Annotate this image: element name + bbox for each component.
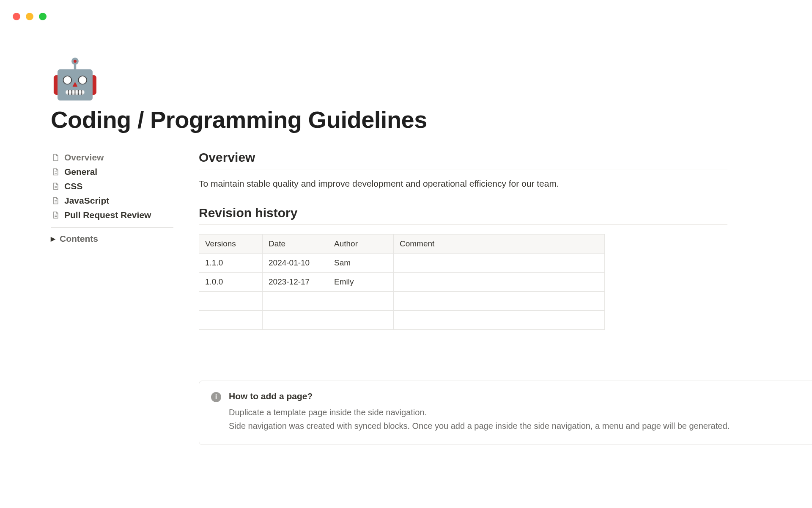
sidebar-item-label: JavaScript (64, 196, 109, 206)
sidebar-item-label: Pull Request Review (64, 210, 151, 220)
cell-author[interactable] (328, 311, 394, 330)
maximize-window-button[interactable] (39, 13, 47, 20)
callout-line: Duplicate a template page inside the sid… (229, 406, 730, 419)
table-header-row: Versions Date Author Comment (199, 235, 605, 254)
overview-text[interactable]: To maintain stable quality and improve d… (199, 179, 727, 189)
cell-date[interactable]: 2024-01-10 (263, 254, 328, 273)
callout-title: How to add a page? (229, 391, 730, 401)
window-controls (13, 13, 47, 20)
contents-label: Contents (60, 234, 98, 244)
info-icon: i (211, 392, 221, 402)
divider (51, 227, 173, 228)
col-header-date[interactable]: Date (263, 235, 328, 254)
sidebar-item-general[interactable]: General (51, 165, 173, 179)
table-row[interactable]: 1.0.0 2023-12-17 Emily (199, 273, 605, 292)
page-icon (51, 210, 60, 220)
sidebar-item-javascript[interactable]: JavaScript (51, 193, 173, 208)
callout-line: Side navigation was created with synced … (229, 419, 730, 433)
page-icon (51, 153, 60, 162)
cell-comment[interactable] (394, 254, 605, 273)
table-row[interactable]: 1.1.0 2024-01-10 Sam (199, 254, 605, 273)
nav-list: Overview General CSS (51, 150, 173, 222)
page-icon (51, 182, 60, 191)
minimize-window-button[interactable] (26, 13, 33, 20)
sidebar-item-pull-request-review[interactable]: Pull Request Review (51, 208, 173, 222)
cell-version[interactable]: 1.1.0 (199, 254, 263, 273)
info-callout[interactable]: i How to add a page? Duplicate a templat… (199, 381, 812, 445)
page-icon (51, 196, 60, 205)
cell-author[interactable]: Emily (328, 273, 394, 292)
cell-author[interactable]: Sam (328, 254, 394, 273)
main-content: Overview To maintain stable quality and … (199, 150, 727, 445)
contents-toggle[interactable]: ▶ Contents (51, 234, 173, 244)
col-header-author[interactable]: Author (328, 235, 394, 254)
callout-body: Duplicate a template page inside the sid… (229, 406, 730, 433)
col-header-versions[interactable]: Versions (199, 235, 263, 254)
cell-author[interactable] (328, 292, 394, 311)
sidebar-item-label: CSS (64, 181, 82, 191)
close-window-button[interactable] (13, 13, 20, 20)
table-row[interactable] (199, 292, 605, 311)
page-icon (51, 167, 60, 177)
cell-comment[interactable] (394, 292, 605, 311)
cell-version[interactable]: 1.0.0 (199, 273, 263, 292)
side-navigation: Overview General CSS (51, 150, 173, 445)
page-title[interactable]: Coding / Programming Guidelines (51, 106, 761, 133)
col-header-comment[interactable]: Comment (394, 235, 605, 254)
cell-version[interactable] (199, 292, 263, 311)
revision-history-table[interactable]: Versions Date Author Comment 1.1.0 2024-… (199, 234, 605, 330)
cell-date[interactable] (263, 292, 328, 311)
sidebar-item-overview[interactable]: Overview (51, 150, 173, 165)
sidebar-item-css[interactable]: CSS (51, 179, 173, 193)
chevron-right-icon: ▶ (51, 235, 55, 242)
overview-heading[interactable]: Overview (199, 150, 727, 169)
cell-version[interactable] (199, 311, 263, 330)
sidebar-item-label: Overview (64, 152, 104, 163)
cell-comment[interactable] (394, 311, 605, 330)
cell-comment[interactable] (394, 273, 605, 292)
table-row[interactable] (199, 311, 605, 330)
cell-date[interactable] (263, 311, 328, 330)
sidebar-item-label: General (64, 167, 97, 177)
cell-date[interactable]: 2023-12-17 (263, 273, 328, 292)
page-emoji-icon[interactable]: 🤖 (51, 59, 761, 98)
revision-history-heading[interactable]: Revision history (199, 206, 727, 225)
